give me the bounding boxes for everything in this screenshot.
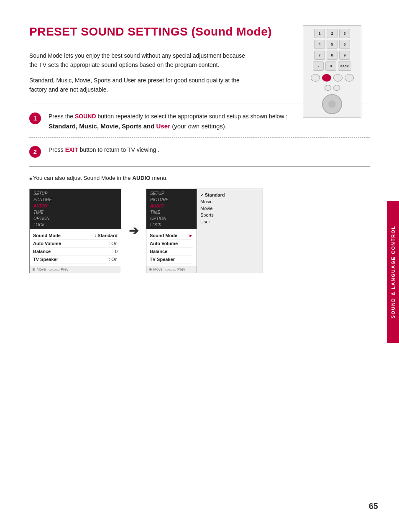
- menu1-option: OPTION: [32, 216, 118, 221]
- side-tab: SOUND & LANGUAGE CONTROL: [387, 201, 399, 343]
- step-2-circle: 2: [29, 146, 41, 158]
- menu1-header: SETUP PICTURE AUDIO TIME OPTION LOCK: [30, 189, 121, 229]
- opt-movie: Movie: [100, 123, 118, 130]
- menu1-content: Sound Mode : Standard Auto Volume : On B…: [30, 229, 121, 266]
- opt-music: Music: [79, 123, 97, 130]
- remote-nav-center: [328, 100, 336, 108]
- submenu-music: Music: [200, 198, 259, 205]
- divider-bottom: [29, 166, 370, 166]
- note-text: You can also adjust Sound Mode in the AU…: [29, 175, 370, 181]
- side-tab-text: SOUND & LANGUAGE CONTROL: [391, 225, 396, 318]
- remote-mute-btn: [325, 85, 331, 91]
- remote-btn-back: BACK: [338, 61, 351, 71]
- remote-btn-1: 1: [314, 29, 325, 38]
- remote-btn-4: 4: [314, 40, 325, 49]
- remote-btn-6: 6: [339, 40, 350, 49]
- divider-mid: [29, 137, 370, 138]
- submenu-standard: Standard: [200, 192, 259, 198]
- remote-btn-7: 7: [314, 51, 325, 60]
- menu-screenshot-2: SETUP PICTURE AUDIO TIME OPTION LOCK Sou…: [146, 189, 263, 273]
- menu2-content: Sound Mode ► Auto Volume Balance TV Spea…: [146, 229, 197, 266]
- remote-row-3: 7 8 9: [314, 51, 350, 60]
- audio-bold: AUDIO: [132, 175, 151, 181]
- opt-sports: Sports: [122, 123, 142, 130]
- remote-row-1: 1 2 3: [314, 29, 350, 38]
- remote-userselect-btn: [333, 85, 340, 91]
- remote-btn-2: 2: [327, 29, 338, 38]
- page-number: 65: [369, 501, 378, 511]
- menu1-time: TIME: [32, 210, 118, 215]
- menu2-setup: SETUP: [149, 191, 194, 196]
- remote-sap-btn: [333, 74, 343, 82]
- menu1-lock: LOCK: [32, 222, 118, 228]
- menu2-row-balance: Balance: [150, 248, 193, 256]
- menu2-audio: AUDIO: [149, 203, 194, 209]
- menu2-left: SETUP PICTURE AUDIO TIME OPTION LOCK Sou…: [146, 189, 197, 273]
- remote-ok-btn: [345, 74, 354, 82]
- remote-btn-9: 9: [339, 51, 350, 60]
- menu1-row-balance: Balance : 0: [33, 248, 118, 256]
- remote-row-2: 4 5 6: [314, 40, 350, 49]
- menu1-row-tvspeaker: TV Speaker : On: [33, 256, 118, 263]
- menu2-lock: LOCK: [149, 222, 194, 228]
- menu2-footer: ⊕ Move ▭▭▭ Prev: [146, 266, 197, 273]
- opt-user: User: [156, 123, 170, 130]
- menu2-picture: PICTURE: [149, 197, 194, 202]
- arrow-between-menus: ➔: [129, 224, 138, 238]
- menu2-row-tvspeaker: TV Speaker: [150, 256, 193, 263]
- menu1-audio: AUDIO: [32, 203, 118, 209]
- opt-standard: Standard: [49, 123, 76, 130]
- remote-nav-row: [325, 85, 340, 91]
- menus-row: SETUP PICTURE AUDIO TIME OPTION LOCK Sou…: [29, 189, 370, 273]
- remote-btn-5: 5: [327, 40, 338, 49]
- menu2-combined: SETUP PICTURE AUDIO TIME OPTION LOCK Sou…: [146, 189, 263, 273]
- menu2-time: TIME: [149, 210, 194, 215]
- step-1-circle: 1: [29, 113, 41, 124]
- menu2-option: OPTION: [149, 216, 194, 221]
- menu1-row-soundmode: Sound Mode : Standard: [33, 232, 118, 240]
- opt-suffix: (your own settings).: [172, 123, 227, 130]
- remote-picture-btn: [311, 74, 320, 82]
- sound-keyword: SOUND: [75, 113, 96, 120]
- description-block: Sound Mode lets you enjoy the best sound…: [29, 51, 247, 95]
- remote-btn-3: 3: [339, 29, 350, 38]
- submenu-sports: Sports: [200, 212, 259, 218]
- submenu-user: User: [200, 218, 259, 225]
- menu2-header: SETUP PICTURE AUDIO TIME OPTION LOCK: [146, 189, 197, 229]
- submenu-movie: Movie: [200, 205, 259, 212]
- step-2-content: Press EXIT button to return to TV viewin…: [49, 145, 370, 154]
- remote-nav-wheel: [322, 94, 342, 114]
- step-2: 2 Press EXIT button to return to TV view…: [29, 145, 370, 158]
- remote-control: 1 2 3 4 5 6 7 8 9 - 0 BACK: [303, 25, 370, 118]
- remote-btn-0: 0: [325, 61, 336, 71]
- desc-para2: Standard, Music, Movie, Sports and User …: [29, 76, 247, 95]
- sound-options: Standard, Music, Movie, Sports and User …: [49, 123, 370, 130]
- remote-btn-8: 8: [327, 51, 338, 60]
- remote-image: 1 2 3 4 5 6 7 8 9 - 0 BACK: [303, 25, 361, 118]
- remote-function-row: [311, 74, 354, 82]
- submenu-panel: Standard Music Movie Sports User: [197, 189, 263, 273]
- menu1-picture: PICTURE: [32, 197, 118, 202]
- step-2-text: Press EXIT button to return to TV viewin…: [49, 145, 370, 154]
- remote-sound-btn: [322, 74, 331, 82]
- menu2-row-autovolume: Auto Volume: [150, 240, 193, 248]
- page-container: SOUND & LANGUAGE CONTROL 65 1 2 3 4 5 6 …: [0, 0, 399, 532]
- remote-btn-dash: -: [313, 61, 324, 71]
- menu1-setup: SETUP: [32, 191, 118, 196]
- menu1-row-autovolume: Auto Volume : On: [33, 240, 118, 248]
- exit-keyword: EXIT: [65, 146, 78, 153]
- menu2-row-soundmode: Sound Mode ►: [150, 232, 193, 240]
- desc-para1: Sound Mode lets you enjoy the best sound…: [29, 51, 247, 70]
- menu-screenshot-1: SETUP PICTURE AUDIO TIME OPTION LOCK Sou…: [29, 189, 121, 273]
- menu1-footer: ⊕ Move ▭▭▭ Prev: [30, 266, 121, 273]
- remote-row-4: - 0 BACK: [313, 61, 351, 71]
